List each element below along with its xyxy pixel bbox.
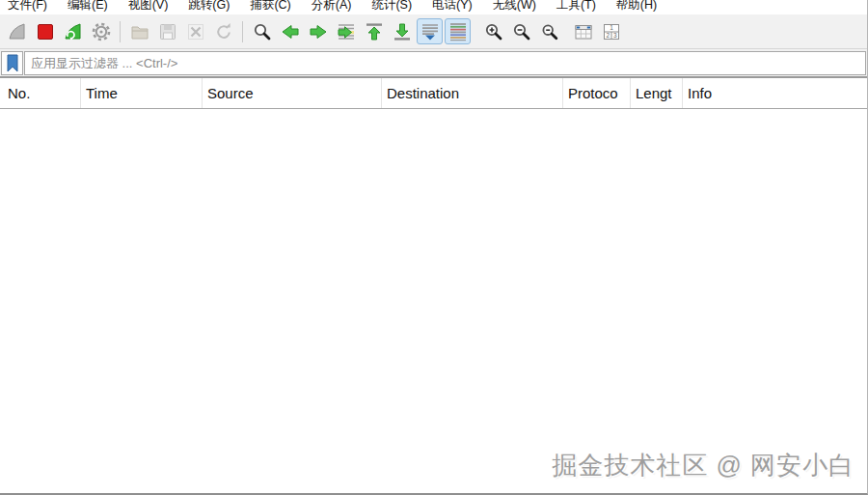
watermark-text: 掘金技术社区 @ 网安小白 — [552, 449, 854, 482]
menu-analyze[interactable]: 分析(A) — [312, 0, 352, 14]
close-x-icon — [185, 21, 206, 42]
menu-view[interactable]: 视图(V) — [128, 0, 169, 14]
column-header-destination[interactable]: Destination — [382, 78, 563, 108]
colored-lines-icon — [448, 21, 469, 42]
go-to-packet-button[interactable] — [333, 18, 359, 44]
menu-go[interactable]: 跳转(G) — [188, 0, 230, 14]
resize-columns-button[interactable] — [570, 18, 596, 44]
shark-fin-icon — [7, 21, 28, 42]
colorize-toggle[interactable] — [445, 18, 471, 44]
green-right-arrow-icon — [308, 21, 329, 42]
menu-telephony[interactable]: 电话(Y) — [432, 0, 473, 14]
toolbar-separator — [120, 21, 121, 42]
red-stop-square-icon — [35, 21, 56, 42]
folder-icon — [129, 21, 150, 42]
magnifier-icon — [252, 21, 273, 42]
main-toolbar: 123 — [0, 14, 867, 49]
packet-list-header: No. Time Source Destination Protoco Leng… — [0, 78, 867, 109]
column-header-protocol[interactable]: Protoco — [563, 78, 631, 108]
find-packet-button[interactable] — [249, 18, 275, 44]
gear-icon — [91, 21, 112, 42]
zoom-in-button[interactable] — [480, 18, 506, 44]
arrow-into-lines-icon — [336, 21, 357, 42]
column-header-source[interactable]: Source — [203, 78, 382, 108]
menu-bar: 文件(F) 编辑(E) 视图(V) 跳转(G) 捕获(C) 分析(A) 统计(S… — [0, 0, 867, 14]
magnifier-normal-icon — [539, 21, 560, 42]
column-header-length[interactable]: Lengt — [631, 78, 683, 108]
lines-blue-arrow-icon — [420, 21, 441, 42]
filter-bookmark-button[interactable] — [1, 51, 23, 75]
green-down-arrow-icon — [392, 21, 413, 42]
start-capture-button[interactable] — [4, 18, 30, 44]
toolbar-separator — [242, 21, 243, 42]
go-back-button[interactable] — [277, 18, 303, 44]
wireshark-window: 文件(F) 编辑(E) 视图(V) 跳转(G) 捕获(C) 分析(A) 统计(S… — [0, 0, 868, 495]
menu-help[interactable]: 帮助(H) — [616, 0, 657, 14]
capture-options-button[interactable] — [88, 18, 114, 44]
menu-capture[interactable]: 捕获(C) — [250, 0, 290, 14]
go-to-bottom-button[interactable] — [389, 18, 415, 44]
menu-statistics[interactable]: 统计(S) — [371, 0, 412, 14]
green-fin-restart-icon — [63, 21, 84, 42]
display-filter-input[interactable] — [24, 51, 866, 75]
close-file-button[interactable] — [182, 18, 208, 44]
svg-text:2: 2 — [606, 32, 610, 39]
layout-123-icon: 123 — [601, 21, 622, 42]
save-file-button[interactable] — [154, 18, 180, 44]
packet-list-area[interactable]: 掘金技术社区 @ 网安小白 — [0, 109, 867, 493]
magnifier-minus-icon — [511, 21, 532, 42]
zoom-original-button[interactable] — [536, 18, 562, 44]
reload-icon — [213, 21, 234, 42]
menu-file[interactable]: 文件(F) — [8, 0, 47, 14]
go-forward-button[interactable] — [305, 18, 331, 44]
column-header-info[interactable]: Info — [683, 78, 867, 108]
svg-text:1: 1 — [610, 24, 613, 31]
restart-capture-button[interactable] — [60, 18, 86, 44]
auto-scroll-toggle[interactable] — [417, 18, 443, 44]
layout-button[interactable]: 123 — [598, 18, 624, 44]
reload-file-button[interactable] — [210, 18, 236, 44]
menu-tools[interactable]: 工具(T) — [556, 0, 596, 14]
bookmark-icon — [6, 54, 19, 72]
save-icon — [157, 21, 178, 42]
column-header-no[interactable]: No. — [0, 78, 81, 108]
filter-toolbar — [0, 49, 867, 78]
green-left-arrow-icon — [280, 21, 301, 42]
green-up-arrow-icon — [364, 21, 385, 42]
table-fit-columns-icon — [573, 21, 594, 42]
open-file-button[interactable] — [126, 18, 152, 44]
menu-edit[interactable]: 编辑(E) — [68, 0, 108, 14]
zoom-out-button[interactable] — [508, 18, 534, 44]
menu-wireless[interactable]: 无线(W) — [493, 0, 536, 14]
svg-text:3: 3 — [612, 32, 616, 39]
magnifier-plus-icon — [483, 21, 504, 42]
stop-capture-button[interactable] — [32, 18, 58, 44]
column-header-time[interactable]: Time — [81, 78, 203, 108]
go-to-top-button[interactable] — [361, 18, 387, 44]
